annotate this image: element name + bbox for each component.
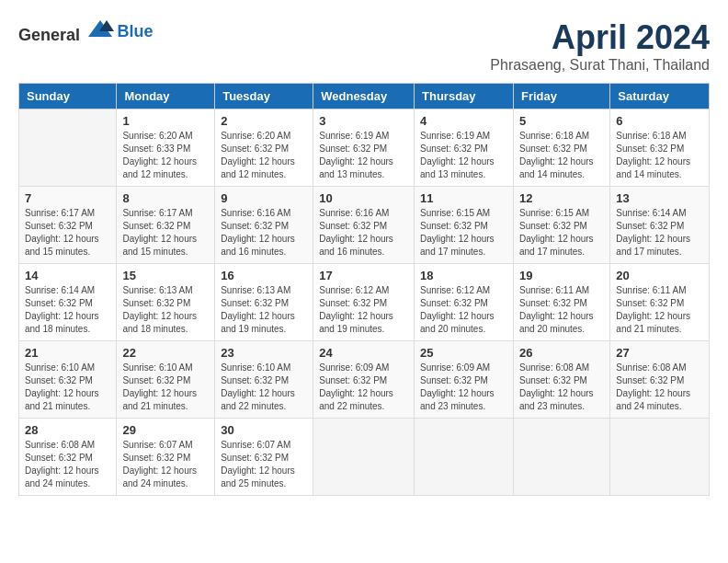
day-cell: 12Sunrise: 6:15 AM Sunset: 6:32 PM Dayli… xyxy=(513,187,609,264)
day-number: 28 xyxy=(25,423,110,437)
day-number: 8 xyxy=(122,191,209,205)
week-row-4: 28Sunrise: 6:08 AM Sunset: 6:32 PM Dayli… xyxy=(19,419,710,496)
day-info: Sunrise: 6:11 AM Sunset: 6:32 PM Dayligh… xyxy=(616,284,703,336)
week-row-2: 14Sunrise: 6:14 AM Sunset: 6:32 PM Dayli… xyxy=(19,264,710,341)
day-cell xyxy=(513,419,609,496)
day-cell: 15Sunrise: 6:13 AM Sunset: 6:32 PM Dayli… xyxy=(117,264,215,341)
logo: General Blue xyxy=(18,18,154,45)
day-info: Sunrise: 6:12 AM Sunset: 6:32 PM Dayligh… xyxy=(420,284,507,336)
day-info: Sunrise: 6:10 AM Sunset: 6:32 PM Dayligh… xyxy=(25,362,110,413)
day-info: Sunrise: 6:08 AM Sunset: 6:32 PM Dayligh… xyxy=(25,439,110,490)
day-info: Sunrise: 6:17 AM Sunset: 6:32 PM Dayligh… xyxy=(122,207,209,259)
day-number: 24 xyxy=(319,346,408,360)
day-cell: 9Sunrise: 6:16 AM Sunset: 6:32 PM Daylig… xyxy=(215,187,313,264)
day-number: 15 xyxy=(122,269,209,282)
day-number: 10 xyxy=(319,191,408,205)
day-cell: 13Sunrise: 6:14 AM Sunset: 6:32 PM Dayli… xyxy=(610,187,710,264)
day-cell: 29Sunrise: 6:07 AM Sunset: 6:32 PM Dayli… xyxy=(117,419,215,496)
calendar-header: SundayMondayTuesdayWednesdayThursdayFrid… xyxy=(19,84,710,109)
day-number: 19 xyxy=(519,269,604,282)
day-info: Sunrise: 6:10 AM Sunset: 6:32 PM Dayligh… xyxy=(122,362,209,413)
day-info: Sunrise: 6:16 AM Sunset: 6:32 PM Dayligh… xyxy=(319,207,408,259)
logo-blue-text: Blue xyxy=(118,22,154,40)
day-cell: 8Sunrise: 6:17 AM Sunset: 6:32 PM Daylig… xyxy=(117,187,215,264)
day-cell: 3Sunrise: 6:19 AM Sunset: 6:32 PM Daylig… xyxy=(313,109,415,187)
header: General Blue April 2024 Phrasaeng, Surat… xyxy=(18,18,710,74)
day-number: 11 xyxy=(420,191,507,205)
day-cell: 5Sunrise: 6:18 AM Sunset: 6:32 PM Daylig… xyxy=(513,109,609,187)
day-info: Sunrise: 6:10 AM Sunset: 6:32 PM Dayligh… xyxy=(221,362,307,413)
day-number: 14 xyxy=(25,269,110,282)
day-info: Sunrise: 6:15 AM Sunset: 6:32 PM Dayligh… xyxy=(519,207,604,259)
day-cell: 21Sunrise: 6:10 AM Sunset: 6:32 PM Dayli… xyxy=(19,341,117,419)
day-info: Sunrise: 6:19 AM Sunset: 6:32 PM Dayligh… xyxy=(420,130,507,181)
day-info: Sunrise: 6:14 AM Sunset: 6:32 PM Dayligh… xyxy=(25,284,110,336)
day-cell xyxy=(19,109,117,187)
day-info: Sunrise: 6:11 AM Sunset: 6:32 PM Dayligh… xyxy=(519,284,604,336)
day-cell: 11Sunrise: 6:15 AM Sunset: 6:32 PM Dayli… xyxy=(415,187,514,264)
day-number: 7 xyxy=(25,191,110,205)
day-info: Sunrise: 6:20 AM Sunset: 6:33 PM Dayligh… xyxy=(122,130,209,181)
day-number: 2 xyxy=(221,114,307,128)
day-cell: 22Sunrise: 6:10 AM Sunset: 6:32 PM Dayli… xyxy=(117,341,215,419)
day-cell: 17Sunrise: 6:12 AM Sunset: 6:32 PM Dayli… xyxy=(313,264,415,341)
calendar-subtitle: Phrasaeng, Surat Thani, Thailand xyxy=(490,57,710,74)
day-info: Sunrise: 6:08 AM Sunset: 6:32 PM Dayligh… xyxy=(519,362,604,413)
header-cell-monday: Monday xyxy=(117,84,215,109)
day-cell xyxy=(313,419,415,496)
header-cell-sunday: Sunday xyxy=(19,84,117,109)
day-info: Sunrise: 6:08 AM Sunset: 6:32 PM Dayligh… xyxy=(616,362,703,413)
day-cell: 16Sunrise: 6:13 AM Sunset: 6:32 PM Dayli… xyxy=(215,264,313,341)
day-number: 22 xyxy=(122,346,209,360)
day-number: 13 xyxy=(616,191,703,205)
calendar-title: April 2024 xyxy=(490,18,710,57)
day-info: Sunrise: 6:07 AM Sunset: 6:32 PM Dayligh… xyxy=(122,439,209,490)
week-row-1: 7Sunrise: 6:17 AM Sunset: 6:32 PM Daylig… xyxy=(19,187,710,264)
day-number: 18 xyxy=(420,269,507,282)
logo-icon xyxy=(86,18,114,40)
calendar-body: 1Sunrise: 6:20 AM Sunset: 6:33 PM Daylig… xyxy=(19,109,710,496)
day-info: Sunrise: 6:17 AM Sunset: 6:32 PM Dayligh… xyxy=(25,207,110,259)
header-cell-thursday: Thursday xyxy=(415,84,514,109)
day-number: 3 xyxy=(319,114,408,128)
header-cell-tuesday: Tuesday xyxy=(215,84,313,109)
day-info: Sunrise: 6:12 AM Sunset: 6:32 PM Dayligh… xyxy=(319,284,408,336)
day-info: Sunrise: 6:07 AM Sunset: 6:32 PM Dayligh… xyxy=(221,439,307,490)
title-section: April 2024 Phrasaeng, Surat Thani, Thail… xyxy=(490,18,710,74)
day-info: Sunrise: 6:13 AM Sunset: 6:32 PM Dayligh… xyxy=(221,284,307,336)
day-number: 5 xyxy=(519,114,604,128)
day-cell: 4Sunrise: 6:19 AM Sunset: 6:32 PM Daylig… xyxy=(415,109,514,187)
day-cell: 28Sunrise: 6:08 AM Sunset: 6:32 PM Dayli… xyxy=(19,419,117,496)
day-number: 26 xyxy=(519,346,604,360)
day-info: Sunrise: 6:09 AM Sunset: 6:32 PM Dayligh… xyxy=(420,362,507,413)
header-cell-saturday: Saturday xyxy=(610,84,710,109)
day-cell: 1Sunrise: 6:20 AM Sunset: 6:33 PM Daylig… xyxy=(117,109,215,187)
day-cell: 26Sunrise: 6:08 AM Sunset: 6:32 PM Dayli… xyxy=(513,341,609,419)
header-row: SundayMondayTuesdayWednesdayThursdayFrid… xyxy=(19,84,710,109)
day-cell: 6Sunrise: 6:18 AM Sunset: 6:32 PM Daylig… xyxy=(610,109,710,187)
week-row-3: 21Sunrise: 6:10 AM Sunset: 6:32 PM Dayli… xyxy=(19,341,710,419)
header-cell-friday: Friday xyxy=(513,84,609,109)
day-info: Sunrise: 6:13 AM Sunset: 6:32 PM Dayligh… xyxy=(122,284,209,336)
day-info: Sunrise: 6:14 AM Sunset: 6:32 PM Dayligh… xyxy=(616,207,703,259)
day-cell: 19Sunrise: 6:11 AM Sunset: 6:32 PM Dayli… xyxy=(513,264,609,341)
day-number: 17 xyxy=(319,269,408,282)
day-info: Sunrise: 6:18 AM Sunset: 6:32 PM Dayligh… xyxy=(519,130,604,181)
day-info: Sunrise: 6:15 AM Sunset: 6:32 PM Dayligh… xyxy=(420,207,507,259)
day-cell: 14Sunrise: 6:14 AM Sunset: 6:32 PM Dayli… xyxy=(19,264,117,341)
day-cell: 23Sunrise: 6:10 AM Sunset: 6:32 PM Dayli… xyxy=(215,341,313,419)
day-cell xyxy=(415,419,514,496)
header-cell-wednesday: Wednesday xyxy=(313,84,415,109)
day-cell: 18Sunrise: 6:12 AM Sunset: 6:32 PM Dayli… xyxy=(415,264,514,341)
day-info: Sunrise: 6:18 AM Sunset: 6:32 PM Dayligh… xyxy=(616,130,703,181)
day-number: 27 xyxy=(616,346,703,360)
day-cell: 20Sunrise: 6:11 AM Sunset: 6:32 PM Dayli… xyxy=(610,264,710,341)
day-info: Sunrise: 6:20 AM Sunset: 6:32 PM Dayligh… xyxy=(221,130,307,181)
day-info: Sunrise: 6:09 AM Sunset: 6:32 PM Dayligh… xyxy=(319,362,408,413)
day-number: 30 xyxy=(221,423,307,437)
day-number: 29 xyxy=(122,423,209,437)
day-number: 23 xyxy=(221,346,307,360)
day-cell xyxy=(610,419,710,496)
day-number: 12 xyxy=(519,191,604,205)
day-number: 4 xyxy=(420,114,507,128)
